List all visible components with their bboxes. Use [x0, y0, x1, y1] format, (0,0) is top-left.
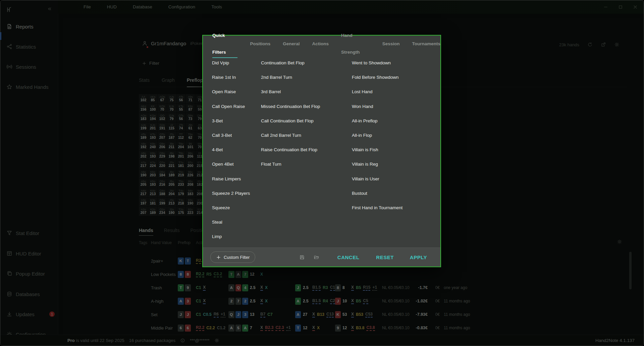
quick-filter-call-2nd-barrel-turn[interactable]: Call 2nd Barrel Turn	[261, 128, 320, 142]
custom-filter-label: Custom Filter	[224, 255, 250, 260]
quick-filter-call-3-bet[interactable]: Call 3-Bet	[212, 128, 250, 142]
quick-filter-column-2: Continuation Bet Flop2nd Barrel Turn3rd …	[261, 56, 320, 172]
quick-filter-all-in-preflop[interactable]: All-in Preflop	[352, 114, 402, 128]
quick-filter-open-4bet[interactable]: Open 4Bet	[212, 157, 250, 171]
quick-filter-open-raise[interactable]: Open Raise	[212, 84, 250, 99]
quick-filter-raise-1st-in[interactable]: Raise 1st In	[212, 70, 250, 84]
apply-button[interactable]: APPLY	[410, 254, 427, 260]
quick-filter-column-3: Went to ShowdownFold Before ShowdownLost…	[352, 56, 402, 215]
quick-filter-continuation-bet-flop[interactable]: Continuation Bet Flop	[261, 56, 320, 70]
quick-filter-call-open-raise[interactable]: Call Open Raise	[212, 99, 250, 114]
reset-button[interactable]: RESET	[376, 254, 394, 260]
quick-filter-steal[interactable]: Steal	[212, 215, 250, 229]
filters-dialog: Quick FiltersPositionsGeneralActionsHand…	[202, 35, 441, 267]
filter-tab-positions[interactable]: Positions	[250, 36, 270, 52]
custom-filter-button[interactable]: Custom Filter	[210, 251, 255, 263]
app-window: ReportsStatisticsSessionsMarked Hands St…	[0, 0, 644, 346]
filter-tab-actions[interactable]: Actions	[312, 36, 329, 52]
quick-filter-went-to-showdown[interactable]: Went to Showdown	[352, 56, 402, 70]
quick-filter-villain-is-user[interactable]: Villain is User	[352, 172, 402, 186]
plus-icon	[216, 255, 221, 260]
quick-filter-missed-continuation-bet-flop[interactable]: Missed Continuation Bet Flop	[261, 99, 320, 114]
app-root: ReportsStatisticsSessionsMarked Hands St…	[0, 0, 644, 346]
quick-filter-fold-before-showdown[interactable]: Fold Before Showdown	[352, 70, 402, 84]
filter-tab-general[interactable]: General	[283, 36, 300, 52]
quick-filter-bustout[interactable]: Bustout	[352, 186, 402, 200]
quick-filter-lost-hand[interactable]: Lost Hand	[352, 84, 402, 99]
quick-filter-float-turn[interactable]: Float Turn	[261, 157, 320, 171]
quick-filter-4-bet[interactable]: 4-Bet	[212, 142, 250, 157]
quick-filter-3rd-barrel[interactable]: 3rd Barrel	[261, 84, 320, 99]
quick-filter-did-vpip[interactable]: Did Vpip	[212, 56, 250, 70]
quick-filter-2nd-barrel-turn[interactable]: 2nd Barrel Turn	[261, 70, 320, 84]
quick-filter-squeeze-2-players[interactable]: Squeeze 2 Players	[212, 186, 250, 200]
quick-filter-3-bet[interactable]: 3-Bet	[212, 114, 250, 128]
quick-filter-limp[interactable]: Limp	[212, 229, 250, 244]
quick-filter-squeeze[interactable]: Squeeze	[212, 200, 250, 215]
filter-tab-session[interactable]: Session	[382, 36, 400, 52]
filter-tab-tournaments[interactable]: Tournaments	[412, 36, 440, 52]
quick-filter-first-hand-in-tournament[interactable]: First Hand in Tournament	[352, 200, 402, 215]
quick-filter-villain-is-reg[interactable]: Villain is Reg	[352, 157, 402, 171]
open-filter-icon[interactable]	[314, 254, 319, 260]
quick-filter-raise-continuation-bet-flop[interactable]: Raise Continuation Bet Flop	[261, 142, 320, 157]
quick-filter-won-hand[interactable]: Won Hand	[352, 99, 402, 114]
quick-filter-call-continuation-bet-flop[interactable]: Call Continuation Bet Flop	[261, 114, 320, 128]
cancel-button[interactable]: CANCEL	[337, 254, 360, 260]
quick-filter-column-1: Did VpipRaise 1st InOpen RaiseCall Open …	[212, 56, 250, 244]
save-filter-icon[interactable]	[299, 254, 305, 260]
filters-dialog-tabs: Quick FiltersPositionsGeneralActionsHand…	[212, 36, 440, 52]
quick-filter-villain-is-fish[interactable]: Villain is Fish	[352, 142, 402, 157]
quick-filter-all-in-flop[interactable]: All-in Flop	[352, 128, 402, 142]
filters-dialog-footer: Custom Filter CANCEL RESET APPLY	[203, 247, 440, 267]
quick-filter-raise-limpers[interactable]: Raise Limpers	[212, 172, 250, 186]
